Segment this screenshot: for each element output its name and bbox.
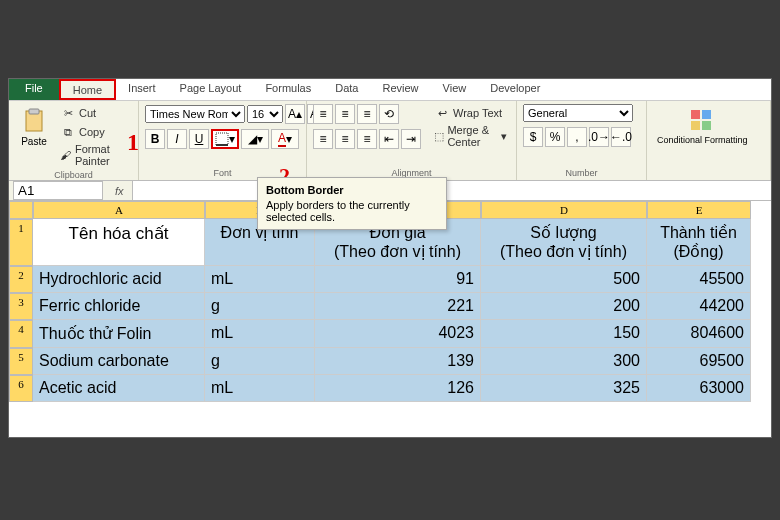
cell-b6[interactable]: mL [205, 375, 315, 402]
cell-d3[interactable]: 200 [481, 293, 647, 320]
svg-rect-4 [691, 110, 700, 119]
orientation-button[interactable]: ⟲ [379, 104, 399, 124]
fill-color-button[interactable]: ◢▾ [241, 129, 269, 149]
e1-line2: (Đồng) [673, 243, 723, 260]
increase-indent-button[interactable]: ⇥ [401, 129, 421, 149]
wrap-text-button[interactable]: ↩Wrap Text [431, 104, 510, 122]
font-size-select[interactable]: 16 [247, 105, 283, 123]
row-header-6[interactable]: 6 [9, 375, 33, 402]
svg-rect-1 [29, 109, 39, 114]
font-name-select[interactable]: Times New Roma [145, 105, 245, 123]
cell-a1[interactable]: Tên hóa chất [33, 219, 205, 266]
wrap-label: Wrap Text [453, 107, 502, 119]
spreadsheet-grid[interactable]: A B C D E 1 Tên hóa chất Đơn vị tính Đơn… [9, 201, 771, 402]
underline-button[interactable]: U [189, 129, 209, 149]
cell-a6[interactable]: Acetic acid [33, 375, 205, 402]
cell-d1[interactable]: Số lượng(Theo đơn vị tính) [481, 219, 647, 266]
comma-button[interactable]: , [567, 127, 587, 147]
cell-e3[interactable]: 44200 [647, 293, 751, 320]
align-top-button[interactable]: ≡ [313, 104, 333, 124]
tab-view[interactable]: View [431, 79, 479, 100]
decrease-indent-button[interactable]: ⇤ [379, 129, 399, 149]
brush-icon: 🖌 [60, 147, 72, 163]
excel-window: File Home Insert Page Layout Formulas Da… [8, 78, 772, 438]
cell-c6[interactable]: 126 [315, 375, 481, 402]
ribbon: 1 2 Paste ✂Cut ⧉Copy 🖌Format Painter Cli… [9, 101, 771, 181]
decrease-decimal-button[interactable]: ←.0 [611, 127, 631, 147]
tab-home[interactable]: Home [59, 79, 116, 100]
cell-e6[interactable]: 63000 [647, 375, 751, 402]
align-left-button[interactable]: ≡ [313, 129, 333, 149]
svg-rect-7 [702, 121, 711, 130]
align-center-button[interactable]: ≡ [335, 129, 355, 149]
cell-d2[interactable]: 500 [481, 266, 647, 293]
cut-label: Cut [79, 107, 96, 119]
tab-developer[interactable]: Developer [478, 79, 552, 100]
name-box[interactable] [13, 181, 103, 200]
row-header-2[interactable]: 2 [9, 266, 33, 293]
format-painter-button[interactable]: 🖌Format Painter [57, 142, 132, 168]
d1-line2: (Theo đơn vị tính) [500, 243, 627, 260]
cell-d5[interactable]: 300 [481, 348, 647, 375]
row-header-1[interactable]: 1 [9, 219, 33, 266]
cell-b5[interactable]: g [205, 348, 315, 375]
cell-b2[interactable]: mL [205, 266, 315, 293]
fx-icon[interactable]: fx [107, 185, 132, 197]
cell-e4[interactable]: 804600 [647, 320, 751, 348]
col-header-a[interactable]: A [33, 201, 205, 219]
cell-c5[interactable]: 139 [315, 348, 481, 375]
group-clipboard: Paste ✂Cut ⧉Copy 🖌Format Painter Clipboa… [9, 101, 139, 180]
tooltip-body: Apply borders to the currently selected … [266, 199, 410, 223]
group-number: General $ % , .0→ ←.0 Number [517, 101, 647, 180]
cell-a2[interactable]: Hydrochloric acid [33, 266, 205, 293]
scissors-icon: ✂ [60, 105, 76, 121]
col-header-e[interactable]: E [647, 201, 751, 219]
tab-insert[interactable]: Insert [116, 79, 168, 100]
formula-input[interactable] [132, 181, 771, 200]
cell-c2[interactable]: 91 [315, 266, 481, 293]
group-alignment: ≡ ≡ ≡ ⟲ ≡ ≡ ≡ ⇤ ⇥ ↩Wrap Text ⬚Mer [307, 101, 517, 180]
select-all-corner[interactable] [9, 201, 33, 219]
cell-c4[interactable]: 4023 [315, 320, 481, 348]
borders-button[interactable]: ▾ [211, 129, 239, 149]
tab-formulas[interactable]: Formulas [253, 79, 323, 100]
italic-button[interactable]: I [167, 129, 187, 149]
cell-b3[interactable]: g [205, 293, 315, 320]
increase-decimal-button[interactable]: .0→ [589, 127, 609, 147]
c1-line2: (Theo đơn vị tính) [334, 243, 461, 260]
cell-a4[interactable]: Thuốc thử Folin [33, 320, 205, 348]
align-right-button[interactable]: ≡ [357, 129, 377, 149]
cell-a5[interactable]: Sodium carbonate [33, 348, 205, 375]
row-header-4[interactable]: 4 [9, 320, 33, 348]
align-bottom-button[interactable]: ≡ [357, 104, 377, 124]
conditional-formatting-button[interactable]: Conditional Formatting [653, 104, 752, 147]
cell-d4[interactable]: 150 [481, 320, 647, 348]
currency-button[interactable]: $ [523, 127, 543, 147]
percent-button[interactable]: % [545, 127, 565, 147]
tab-file[interactable]: File [9, 79, 59, 100]
paste-button[interactable]: Paste [15, 104, 53, 149]
tab-data[interactable]: Data [323, 79, 370, 100]
row-header-5[interactable]: 5 [9, 348, 33, 375]
cell-e2[interactable]: 45500 [647, 266, 751, 293]
cell-e5[interactable]: 69500 [647, 348, 751, 375]
increase-font-button[interactable]: A▴ [285, 104, 305, 124]
number-format-select[interactable]: General [523, 104, 633, 122]
merge-center-button[interactable]: ⬚Merge & Center ▾ [431, 123, 510, 149]
copy-button[interactable]: ⧉Copy [57, 123, 132, 141]
cut-button[interactable]: ✂Cut [57, 104, 132, 122]
cell-d6[interactable]: 325 [481, 375, 647, 402]
cell-b4[interactable]: mL [205, 320, 315, 348]
font-color-button[interactable]: A▾ [271, 129, 299, 149]
row-header-3[interactable]: 3 [9, 293, 33, 320]
tab-review[interactable]: Review [370, 79, 430, 100]
cell-c3[interactable]: 221 [315, 293, 481, 320]
cell-e1[interactable]: Thành tiền(Đồng) [647, 219, 751, 266]
cell-a3[interactable]: Ferric chloride [33, 293, 205, 320]
col-header-d[interactable]: D [481, 201, 647, 219]
align-middle-button[interactable]: ≡ [335, 104, 355, 124]
tooltip-bottom-border: Bottom Border Apply borders to the curre… [257, 177, 447, 230]
merge-icon: ⬚ [434, 128, 444, 144]
bold-button[interactable]: B [145, 129, 165, 149]
tab-pagelayout[interactable]: Page Layout [168, 79, 254, 100]
